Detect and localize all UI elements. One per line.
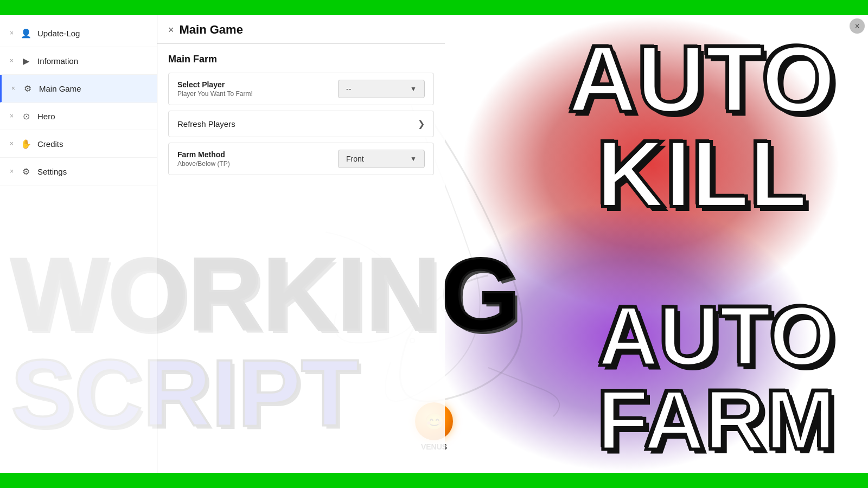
section-title: Main Farm — [168, 54, 434, 65]
close-icon-main-game: × — [11, 85, 15, 92]
window-close-button[interactable]: × — [850, 18, 865, 34]
panel-close-button[interactable]: × — [168, 24, 174, 36]
panel-header: × Main Game — [157, 15, 445, 44]
close-icon-hero: × — [10, 112, 14, 120]
credits-icon: ✋ — [20, 138, 32, 150]
dropdown-arrow-icon: ▼ — [410, 85, 417, 93]
refresh-players-label: Refresh Players — [177, 119, 235, 129]
select-player-label: Select Player — [177, 80, 253, 89]
green-bar-top — [0, 0, 868, 15]
sidebar-item-settings[interactable]: × ⚙ Settings — [0, 158, 157, 185]
select-player-dropdown[interactable]: -- ▼ — [338, 80, 425, 98]
close-icon-settings: × — [10, 168, 14, 175]
farm-method-dropdown[interactable]: Front ▼ — [338, 150, 425, 168]
farm-method-label: Farm Method — [177, 150, 230, 159]
sidebar: × 👤 Update-Log × ▶ Information × ⚙ Main … — [0, 15, 157, 473]
auto-farm-title: AUTO FARM — [597, 294, 835, 462]
main-panel: × Main Game Main Farm Select Player Play… — [157, 15, 445, 473]
ui-panel-overlay: × 👤 Update-Log × ▶ Information × ⚙ Main … — [0, 15, 445, 473]
green-bar-bottom — [0, 473, 868, 488]
refresh-players-arrow-icon: ❯ — [418, 119, 425, 129]
panel-title: Main Game — [180, 23, 243, 37]
sidebar-item-main-game[interactable]: × ⚙ Main Game — [0, 75, 157, 102]
sidebar-item-credits[interactable]: × ✋ Credits — [0, 130, 157, 158]
close-icon-information: × — [10, 57, 14, 65]
screenshot-area: AUTO KILL AUTO FARM WORKING SCRIPT 😊 VEN… — [0, 15, 868, 473]
farm-method-arrow-icon: ▼ — [410, 155, 417, 163]
close-icon-update-log: × — [10, 29, 14, 37]
select-player-value: -- — [346, 85, 351, 93]
select-player-sublabel: Player You Want To Farm! — [177, 90, 253, 98]
sidebar-item-update-log[interactable]: × 👤 Update-Log — [0, 20, 157, 47]
outer-wrapper: AUTO KILL AUTO FARM WORKING SCRIPT 😊 VEN… — [0, 0, 868, 488]
sidebar-item-information[interactable]: × ▶ Information — [0, 47, 157, 75]
main-game-icon: ⚙ — [22, 82, 34, 94]
select-player-row: Select Player Player You Want To Farm! -… — [168, 73, 434, 105]
auto-kill-title: AUTO KILL — [568, 31, 835, 221]
sidebar-item-hero[interactable]: × ⊙ Hero — [0, 102, 157, 130]
farm-method-sublabel: Above/Below (TP) — [177, 160, 230, 168]
farm-method-value: Front — [346, 155, 364, 163]
farm-method-row: Farm Method Above/Below (TP) Front ▼ — [168, 143, 434, 175]
panel-body: Main Farm Select Player Player You Want … — [157, 44, 445, 190]
information-icon: ▶ — [20, 55, 32, 67]
refresh-players-row[interactable]: Refresh Players ❯ — [168, 111, 434, 137]
hero-icon: ⊙ — [20, 110, 32, 122]
update-log-icon: 👤 — [20, 27, 32, 39]
settings-icon: ⚙ — [20, 165, 32, 177]
close-icon-credits: × — [10, 140, 14, 147]
